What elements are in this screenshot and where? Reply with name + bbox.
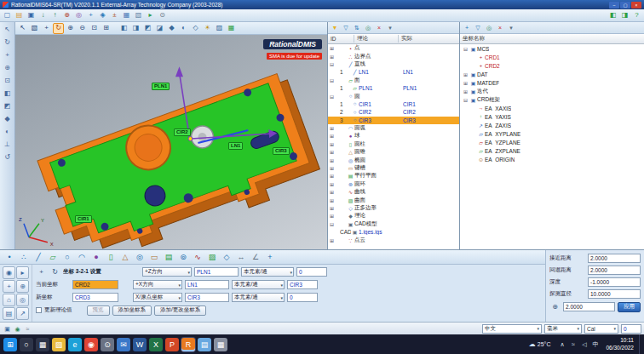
view-front-icon[interactable]: ◧ bbox=[118, 23, 129, 34]
cylinder-feature-icon[interactable]: ▯ bbox=[104, 251, 118, 263]
rationaldmis-app[interactable]: R bbox=[181, 338, 195, 351]
probe-value-input[interactable]: 2.0000 bbox=[563, 302, 615, 311]
file-explorer-app[interactable]: ▨ bbox=[52, 338, 66, 351]
task-view-button[interactable]: ▦ bbox=[36, 338, 49, 351]
status-connection-icon[interactable]: ≈ bbox=[23, 324, 32, 334]
save-file-icon[interactable]: ▣ bbox=[26, 10, 37, 21]
powerpoint-app[interactable]: P bbox=[165, 338, 179, 351]
apply-button[interactable]: 应用 bbox=[618, 302, 641, 312]
cal-dropdown[interactable]: Cal▾ bbox=[584, 324, 618, 334]
excel-app[interactable]: X bbox=[149, 338, 163, 351]
coord-add-icon[interactable]: + bbox=[462, 23, 472, 33]
feature-sort-icon[interactable]: ⇅ bbox=[352, 23, 362, 33]
feature-tree-row[interactable]: 2○CIR2CIR2 bbox=[328, 108, 459, 116]
point-feature-icon[interactable]: • bbox=[3, 251, 16, 263]
notepad-app[interactable]: ▤ bbox=[198, 338, 211, 351]
feature-tree-row[interactable]: ⊞▭键槽 bbox=[328, 164, 459, 172]
ellipse-feature-icon[interactable]: ◎ bbox=[133, 251, 147, 263]
lighting-icon[interactable]: ☀ bbox=[202, 23, 213, 34]
origin-feature-field[interactable]: CIR3 bbox=[185, 293, 229, 302]
feature-tree-row[interactable]: 1╱LN1LN1 bbox=[328, 68, 459, 76]
line-feature-icon[interactable]: ╱ bbox=[32, 251, 45, 263]
auto-mode-icon[interactable]: ▸ bbox=[16, 266, 29, 279]
part-model[interactable]: X Y Z bbox=[15, 35, 327, 249]
origin-mode-dropdown[interactable]: 本元素/通▾ bbox=[232, 293, 285, 302]
expand-toggle-icon[interactable]: ⊞ bbox=[462, 80, 469, 86]
feature-tree-row[interactable]: 1▱PLN1PLN1 bbox=[328, 84, 459, 92]
alignment-refresh-icon[interactable]: ↻ bbox=[49, 266, 60, 277]
slot-feature-icon[interactable]: ▭ bbox=[147, 251, 161, 263]
feature-tree-row[interactable]: 3○CIR3CIR3 bbox=[328, 117, 459, 124]
feature-tree-row[interactable]: ⊟▣CAD模型 bbox=[328, 220, 459, 228]
expand-toggle-icon[interactable]: ⊟ bbox=[462, 46, 469, 52]
add-change-coordinate-button[interactable]: 添加/更改坐标系 bbox=[154, 305, 206, 316]
strip-shade-icon[interactable]: ◐ bbox=[2, 126, 14, 138]
coord-panel-menu-icon[interactable]: ▾ bbox=[506, 23, 516, 33]
probe-diameter-input[interactable]: 10.0000 bbox=[588, 289, 641, 299]
coordinate-tree-row[interactable]: →EA_XAXIS bbox=[460, 104, 644, 112]
output-icon[interactable]: ↗ bbox=[16, 307, 29, 320]
coordinate-tree-row[interactable]: ⊞▣MATDEF bbox=[460, 78, 644, 87]
export-data-icon[interactable]: ↑ bbox=[49, 10, 60, 21]
coordinate-tree-row[interactable]: ↑EA_YAXIS bbox=[460, 112, 644, 121]
show-desktop-button[interactable] bbox=[639, 334, 641, 354]
background-icon[interactable]: ▨ bbox=[214, 23, 225, 34]
parallel-planes-feature-icon[interactable]: ▤ bbox=[162, 251, 175, 263]
box-select-icon[interactable]: ▧ bbox=[29, 23, 40, 34]
angle-feature-icon[interactable]: ∠ bbox=[249, 251, 262, 263]
strip-iso-view-icon[interactable]: ◆ bbox=[2, 113, 14, 125]
calculator-app[interactable]: ▦ bbox=[214, 338, 227, 351]
alignment-icon[interactable]: + bbox=[36, 266, 47, 277]
feature-label-pln1[interactable]: PLN1 bbox=[152, 83, 170, 90]
distance-feature-icon[interactable]: ↔ bbox=[234, 251, 248, 263]
feature-tree-row[interactable]: ⊞∿曲线 bbox=[328, 188, 459, 196]
z-feature-field[interactable]: PLN1 bbox=[194, 267, 239, 277]
view-bottom-icon[interactable]: ◪ bbox=[154, 23, 165, 34]
coordinate-tree-row[interactable]: ▱EA_YZPLANE bbox=[460, 138, 644, 146]
taskbar-clock[interactable]: 10:11 06/30/2022 bbox=[606, 337, 634, 351]
new-file-icon[interactable]: ▢ bbox=[2, 10, 13, 21]
network-icon[interactable]: ≈ bbox=[569, 341, 577, 347]
arc-feature-icon[interactable]: ◠ bbox=[75, 251, 89, 263]
strip-refresh-icon[interactable]: ↺ bbox=[2, 151, 14, 163]
z-mode-dropdown[interactable]: 本元素/通▾ bbox=[241, 267, 294, 277]
feature-funnel-icon[interactable]: ▽ bbox=[341, 23, 351, 33]
feature-tree-row[interactable]: ⊟○圆 bbox=[328, 92, 459, 100]
3d-viewport[interactable]: X Y Z RationalDMIS SMA is due for update… bbox=[15, 35, 327, 249]
settings-icon[interactable]: ⊙ bbox=[157, 10, 168, 21]
strip-pan-icon[interactable]: + bbox=[2, 49, 14, 61]
current-coordinate-field[interactable]: CRD2 bbox=[72, 280, 118, 289]
wireframe-mode-icon[interactable]: ◇ bbox=[190, 23, 201, 34]
probe-manager-icon[interactable]: ⊕ bbox=[61, 10, 72, 21]
z-direction-dropdown[interactable]: +Z方向▾ bbox=[142, 267, 192, 277]
feature-tree-row[interactable]: ⊞◠圆弧 bbox=[328, 124, 459, 132]
feature-tree-row[interactable]: ⊞◇正多边形 bbox=[328, 204, 459, 212]
view-iso-icon[interactable]: ◆ bbox=[166, 23, 177, 34]
hidden-icons-chevron[interactable]: ∧ bbox=[558, 341, 566, 348]
depth-input[interactable]: -1.0000 bbox=[588, 277, 641, 287]
coordinate-tree-row[interactable]: ⊙EA_ORIGIN bbox=[460, 155, 644, 163]
x-mode-dropdown[interactable]: 本元素/通▾ bbox=[232, 280, 285, 289]
settings-app[interactable]: ⊙ bbox=[101, 338, 114, 351]
feature-tree-row[interactable]: ⊞∵点云 bbox=[328, 236, 459, 243]
z-origin-field[interactable]: 0 bbox=[296, 267, 327, 277]
coordinate-tree-row[interactable]: +CRD1 bbox=[460, 53, 644, 61]
polygon-feature-icon[interactable]: ◇ bbox=[220, 251, 233, 263]
expand-toggle-icon[interactable]: ⊞ bbox=[462, 88, 469, 94]
feature-tree-row[interactable]: ⊞◎椭圆 bbox=[328, 156, 459, 163]
origin-value-field[interactable]: 0 bbox=[287, 293, 318, 302]
start-button[interactable]: ⊞ bbox=[3, 338, 17, 351]
units-dropdown[interactable]: 毫米▾ bbox=[544, 324, 582, 334]
rotate-view-icon[interactable]: ↻ bbox=[53, 23, 64, 34]
feature-tree-row[interactable]: ⊞●球 bbox=[328, 132, 459, 140]
joystick-icon[interactable]: + bbox=[3, 280, 15, 293]
coordinate-tree-row[interactable]: ↗EA_ZAXIS bbox=[460, 121, 644, 129]
sphere-feature-icon[interactable]: ● bbox=[89, 251, 103, 263]
zoom-fit-icon[interactable]: ⊡ bbox=[89, 23, 100, 34]
manual-mode-icon[interactable]: ◉ bbox=[3, 266, 15, 279]
feature-tree-row[interactable]: ⊞△圆锥 bbox=[328, 148, 459, 156]
curve-feature-icon[interactable]: ∿ bbox=[191, 251, 204, 263]
zoom-out-icon[interactable]: ⊖ bbox=[77, 23, 88, 34]
probe-change-icon[interactable]: ⊕ bbox=[16, 280, 29, 293]
update-theory-checkbox[interactable] bbox=[36, 307, 42, 313]
